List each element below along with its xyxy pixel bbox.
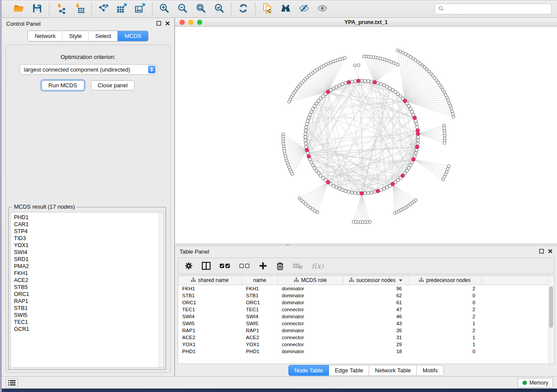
tab-select[interactable]: Select (88, 31, 118, 41)
cell-shared-name[interactable]: FKH1 (178, 286, 242, 291)
delete-column-button[interactable] (276, 261, 284, 270)
tab-node-table[interactable]: Node Table (288, 365, 329, 376)
import-table-button[interactable] (72, 3, 87, 16)
table-row[interactable]: SWI4SWI4dominator462 (178, 313, 554, 320)
tab-mcds[interactable]: MCDS (118, 31, 148, 41)
result-list-item[interactable]: PHD1 (14, 214, 163, 221)
cell-shared-name[interactable]: SWI5 (178, 321, 242, 326)
cell-mcds-role[interactable]: dominator (278, 300, 343, 305)
table-settings-button[interactable] (184, 261, 193, 270)
cell-predecessor-nodes[interactable]: 1 (408, 321, 482, 326)
table-row[interactable]: PHD1PHD1dominator180 (178, 348, 554, 355)
cell-shared-name[interactable]: RAP1 (178, 328, 242, 333)
result-list-item[interactable]: TID3 (14, 235, 163, 242)
result-list-item[interactable]: STP4 (14, 228, 163, 235)
cell-shared-name[interactable]: PHD1 (178, 349, 242, 354)
tab-edge-table[interactable]: Edge Table (329, 365, 369, 376)
tab-style[interactable]: Style (62, 31, 88, 41)
table-row[interactable]: FKH1FKH1dominator962 (178, 285, 554, 292)
result-list-item[interactable]: PMA2 (14, 263, 163, 270)
criterion-select[interactable]: largest connected component (undirected) (20, 64, 157, 75)
add-column-button[interactable] (259, 261, 267, 270)
tab-network-table[interactable]: Network Table (369, 365, 417, 376)
table-scrollbar[interactable] (548, 276, 554, 364)
cell-name[interactable]: RAP1 (242, 328, 278, 333)
cell-name[interactable]: SWI4 (242, 314, 278, 319)
cell-name[interactable]: YOX1 (242, 342, 278, 347)
cell-shared-name[interactable]: TEC1 (178, 307, 242, 312)
hide-selected-button[interactable] (297, 3, 311, 16)
cell-predecessor-nodes[interactable]: 1 (408, 335, 482, 340)
result-list-item[interactable]: FKH1 (14, 270, 163, 277)
cell-name[interactable]: ORC1 (242, 300, 278, 305)
cell-shared-name[interactable]: ACE2 (178, 335, 242, 340)
cell-shared-name[interactable]: ORC1 (178, 300, 242, 305)
cell-predecessor-nodes[interactable]: 1 (408, 342, 482, 347)
result-list-item[interactable]: CAR1 (14, 221, 163, 228)
run-mcds-button[interactable]: Run MCDS (42, 80, 84, 90)
clone-network-button[interactable] (260, 3, 275, 16)
show-all-button[interactable] (315, 3, 330, 16)
result-list-item[interactable]: SWI4 (14, 249, 163, 256)
result-list-item[interactable]: RAP1 (14, 298, 163, 305)
cell-predecessor-nodes[interactable]: 0 (408, 349, 482, 354)
search-field[interactable] (435, 3, 552, 14)
result-list-scrollbar[interactable] (159, 213, 163, 367)
cell-successor-nodes[interactable]: 29 (343, 342, 408, 347)
window-maximize-icon[interactable] (197, 20, 202, 25)
cell-successor-nodes[interactable]: 61 (343, 300, 408, 305)
cell-successor-nodes[interactable]: 31 (343, 335, 408, 340)
zoom-selected-button[interactable] (212, 3, 227, 16)
horizontal-splitter[interactable] (175, 244, 557, 246)
cell-successor-nodes[interactable]: 43 (343, 321, 408, 326)
cell-shared-name[interactable]: YOX1 (178, 342, 242, 347)
first-neighbors-button[interactable] (278, 3, 293, 16)
cell-successor-nodes[interactable]: 46 (343, 314, 408, 319)
cell-successor-nodes[interactable]: 35 (343, 328, 408, 333)
float-panel-icon[interactable] (539, 248, 544, 255)
result-list-item[interactable]: YOX1 (14, 242, 163, 249)
cell-mcds-role[interactable]: dominator (278, 314, 343, 319)
column-header-successor-nodes[interactable]: successor nodes (343, 276, 408, 285)
table-scrollbar-thumb[interactable] (549, 286, 553, 328)
cell-predecessor-nodes[interactable]: 2 (408, 314, 482, 319)
delete-table-button[interactable] (293, 262, 303, 269)
open-session-button[interactable] (11, 3, 26, 16)
cell-predecessor-nodes[interactable]: 2 (408, 286, 482, 291)
table-row[interactable]: ORC1ORC1dominator610 (178, 299, 554, 306)
zoom-in-button[interactable] (157, 3, 172, 16)
cell-mcds-role[interactable]: dominator (278, 349, 343, 354)
panel-menu-button[interactable] (6, 378, 18, 387)
cell-successor-nodes[interactable]: 62 (343, 293, 408, 298)
network-window-titlebar[interactable]: YPA_prune.txt_1 (175, 18, 557, 27)
cell-predecessor-nodes[interactable]: 0 (408, 300, 482, 305)
result-list-item[interactable]: STB1 (14, 305, 163, 312)
result-list-item[interactable]: ORC1 (14, 291, 163, 298)
column-header-shared-name[interactable]: shared name (178, 276, 242, 285)
cell-mcds-role[interactable]: dominator (278, 328, 343, 333)
float-panel-icon[interactable] (156, 20, 161, 28)
cell-mcds-role[interactable]: connector (278, 321, 343, 326)
cell-name[interactable]: ACE2 (242, 335, 278, 340)
cell-successor-nodes[interactable]: 18 (343, 349, 408, 354)
export-image-button[interactable] (133, 3, 148, 16)
cell-name[interactable]: FKH1 (242, 286, 278, 291)
table-row[interactable]: YOX1YOX1connector291 (178, 341, 554, 348)
cell-mcds-role[interactable]: connector (278, 342, 343, 347)
close-panel-button[interactable]: Close panel (91, 80, 135, 90)
split-panel-button[interactable] (201, 261, 211, 270)
cell-name[interactable]: PHD1 (242, 349, 278, 354)
result-list-item[interactable]: GCR1 (14, 326, 163, 333)
mcds-result-list[interactable]: PHD1CAR1STP4TID3YOX1SWI4SRD1PMA2FKH1ACE2… (10, 212, 164, 368)
table-row[interactable]: ACE2ACE2connector311 (178, 334, 554, 341)
import-network-button[interactable] (54, 3, 69, 16)
cell-predecessor-nodes[interactable]: 2 (408, 328, 482, 333)
cell-name[interactable]: SWI5 (242, 321, 278, 326)
tab-motifs[interactable]: Motifs (417, 365, 444, 376)
function-builder-button[interactable]: f(x) (311, 262, 323, 270)
deselect-all-button[interactable] (239, 262, 250, 269)
export-network-button[interactable] (96, 3, 111, 16)
cell-predecessor-nodes[interactable]: 0 (408, 293, 482, 298)
cell-mcds-role[interactable]: dominator (278, 286, 343, 291)
result-list-item[interactable]: STB5 (14, 284, 163, 291)
